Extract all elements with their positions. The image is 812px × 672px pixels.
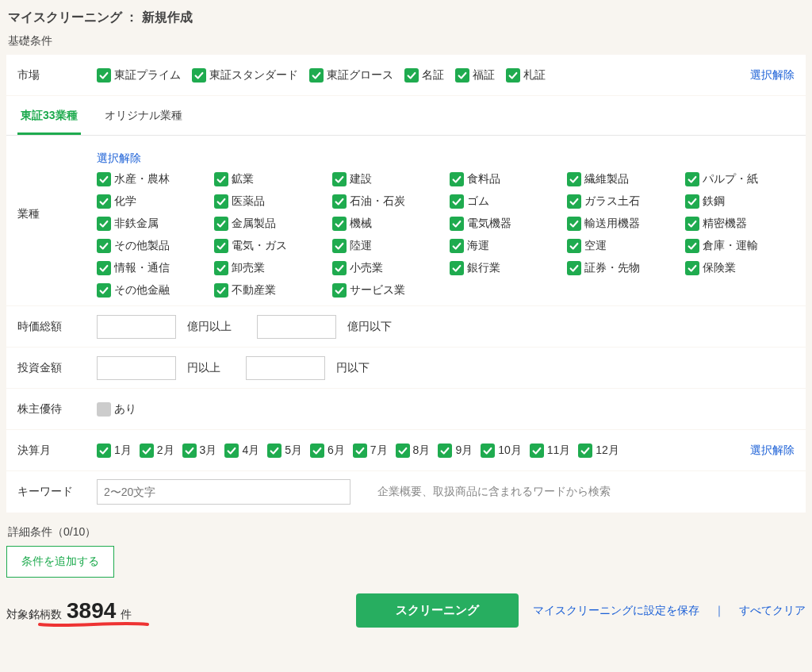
checkbox-industry-25[interactable]: 卸売業 — [214, 261, 324, 275]
marketcap-min-input[interactable] — [97, 315, 176, 339]
checkbox-month-4[interactable]: 4月 — [224, 444, 259, 458]
checkbox-industry-10[interactable]: ガラス土石 — [567, 194, 676, 209]
checkbox-industry-30[interactable]: その他金融 — [97, 283, 206, 298]
checkbox-industry-18[interactable]: その他製品 — [97, 239, 206, 253]
result-count-label: 対象銘柄数 — [6, 608, 62, 622]
checkmark-icon — [97, 261, 111, 275]
save-my-screening-link[interactable]: マイスクリーニングに設定を保存 — [533, 604, 699, 618]
checkbox-month-11[interactable]: 11月 — [530, 444, 571, 458]
checkbox-industry-14[interactable]: 機械 — [332, 217, 442, 231]
checkbox-industry-17[interactable]: 精密機器 — [685, 217, 795, 231]
checkbox-industry-8[interactable]: 石油・石炭 — [332, 194, 442, 209]
checkbox-market-5[interactable]: 札証 — [506, 68, 546, 83]
tab-original[interactable]: オリジナル業種 — [102, 101, 186, 135]
checkmark-icon — [685, 239, 699, 253]
checkbox-month-12[interactable]: 12月 — [578, 444, 619, 458]
industry-deselect-link[interactable]: 選択解除 — [97, 144, 795, 172]
checkbox-market-2[interactable]: 東証グロース — [309, 68, 393, 83]
checkbox-industry-1[interactable]: 鉱業 — [214, 172, 324, 186]
checkmark-icon — [455, 68, 469, 83]
checkbox-month-10[interactable]: 10月 — [481, 444, 522, 458]
checkbox-label: 非鉄金属 — [114, 217, 159, 231]
checkbox-industry-11[interactable]: 鉄鋼 — [685, 194, 795, 209]
checkbox-month-7[interactable]: 7月 — [353, 444, 388, 458]
checkbox-industry-4[interactable]: 繊維製品 — [567, 172, 676, 186]
checkbox-industry-13[interactable]: 金属製品 — [214, 217, 324, 231]
checkbox-market-0[interactable]: 東証プライム — [97, 68, 181, 83]
checkmark-icon — [97, 68, 111, 83]
checkbox-month-1[interactable]: 1月 — [97, 444, 132, 458]
checkbox-label: 卸売業 — [232, 261, 265, 275]
checkbox-industry-20[interactable]: 陸運 — [332, 239, 442, 253]
checkbox-label: 電気・ガス — [232, 239, 287, 253]
checkbox-label: パルプ・紙 — [703, 172, 758, 186]
checkbox-industry-23[interactable]: 倉庫・運輸 — [685, 239, 795, 253]
keyword-label: キーワード — [17, 485, 97, 499]
marketcap-max-input[interactable] — [257, 315, 336, 339]
screen-button[interactable]: スクリーニング — [356, 593, 519, 628]
add-condition-button[interactable]: 条件を追加する — [6, 546, 114, 578]
checkbox-label: 5月 — [285, 444, 302, 458]
checkmark-icon — [97, 217, 111, 231]
checkbox-icon — [97, 402, 111, 417]
checkbox-month-3[interactable]: 3月 — [182, 444, 217, 458]
checkbox-industry-0[interactable]: 水産・農林 — [97, 172, 206, 186]
checkbox-industry-6[interactable]: 化学 — [97, 194, 206, 209]
checkmark-icon — [224, 444, 239, 458]
keyword-input[interactable] — [97, 479, 350, 505]
checkbox-industry-26[interactable]: 小売業 — [332, 261, 442, 275]
checkbox-yutai[interactable]: あり — [97, 402, 136, 417]
industry-row: 業種 選択解除 水産・農林鉱業建設食料品繊維製品パルプ・紙化学医薬品石油・石炭ゴ… — [6, 136, 806, 306]
footer-bar: 対象銘柄数 3894 件 スクリーニング マイスクリーニングに設定を保存 ｜ す… — [6, 593, 806, 628]
checkbox-month-9[interactable]: 9月 — [438, 444, 473, 458]
checkbox-label: 8月 — [413, 444, 431, 458]
checkbox-industry-2[interactable]: 建設 — [332, 172, 442, 186]
checkbox-industry-21[interactable]: 海運 — [450, 239, 559, 253]
checkbox-month-2[interactable]: 2月 — [140, 444, 174, 458]
checkbox-industry-32[interactable]: サービス業 — [332, 283, 442, 298]
checkmark-icon — [332, 194, 347, 209]
checkbox-month-6[interactable]: 6月 — [310, 444, 345, 458]
checkbox-market-1[interactable]: 東証スタンダード — [192, 68, 298, 83]
investment-max-input[interactable] — [246, 356, 325, 380]
checkbox-label: 小売業 — [350, 261, 383, 275]
checkbox-industry-19[interactable]: 電気・ガス — [214, 239, 324, 253]
basic-conditions-title: 基礎条件 — [8, 34, 806, 48]
checkbox-industry-29[interactable]: 保険業 — [685, 261, 795, 275]
checkbox-month-5[interactable]: 5月 — [267, 444, 302, 458]
marketcap-max-unit: 億円以下 — [347, 320, 392, 334]
checkbox-industry-9[interactable]: ゴム — [450, 194, 559, 209]
month-deselect-link[interactable]: 選択解除 — [750, 444, 795, 458]
checkbox-month-8[interactable]: 8月 — [396, 444, 431, 458]
checkmark-icon — [97, 444, 111, 458]
checkbox-label: 7月 — [370, 444, 388, 458]
checkbox-industry-24[interactable]: 情報・通信 — [97, 261, 206, 275]
checkbox-industry-28[interactable]: 証券・先物 — [567, 261, 676, 275]
settlement-label: 決算月 — [17, 444, 97, 458]
checkbox-industry-27[interactable]: 銀行業 — [450, 261, 559, 275]
tab-tse33[interactable]: 東証33業種 — [17, 101, 81, 135]
checkmark-icon — [332, 261, 347, 275]
checkmark-icon — [309, 68, 324, 83]
checkmark-icon — [97, 283, 111, 298]
clear-all-link[interactable]: すべてクリア — [739, 604, 806, 618]
checkbox-label: 食料品 — [467, 172, 500, 186]
checkbox-industry-22[interactable]: 空運 — [567, 239, 676, 253]
checkmark-icon — [685, 172, 699, 186]
checkbox-market-3[interactable]: 名証 — [404, 68, 444, 83]
checkbox-industry-7[interactable]: 医薬品 — [214, 194, 324, 209]
checkbox-industry-15[interactable]: 電気機器 — [450, 217, 559, 231]
checkbox-industry-5[interactable]: パルプ・紙 — [685, 172, 795, 186]
checkmark-icon — [396, 444, 410, 458]
checkbox-industry-31[interactable]: 不動産業 — [214, 283, 324, 298]
checkbox-industry-3[interactable]: 食料品 — [450, 172, 559, 186]
checkbox-label: 倉庫・運輸 — [703, 239, 758, 253]
investment-min-input[interactable] — [97, 356, 176, 380]
detailed-conditions-title: 詳細条件（0/10） — [8, 525, 806, 540]
checkbox-industry-12[interactable]: 非鉄金属 — [97, 217, 206, 231]
checkbox-market-4[interactable]: 福証 — [455, 68, 495, 83]
checkmark-icon — [685, 194, 699, 209]
checkbox-industry-16[interactable]: 輸送用機器 — [567, 217, 676, 231]
market-deselect-link[interactable]: 選択解除 — [750, 68, 795, 83]
checkmark-icon — [332, 217, 347, 231]
